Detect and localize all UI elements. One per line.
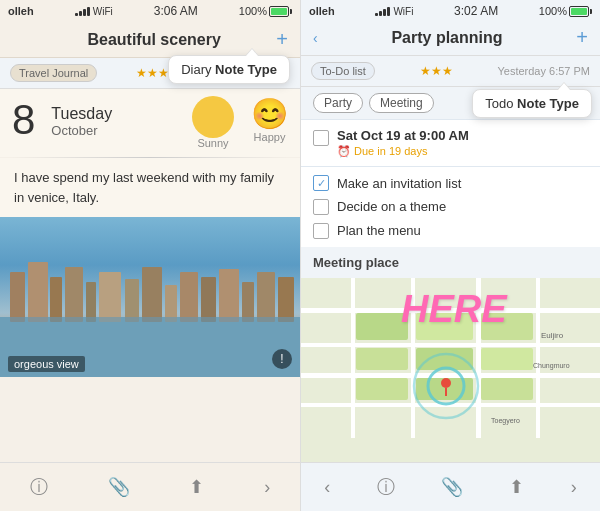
diary-note-type-bubble: Diary Note Type <box>168 55 290 84</box>
svg-text:Toegyero: Toegyero <box>491 417 520 425</box>
left-signal <box>75 7 90 16</box>
right-back-icon[interactable]: ‹ <box>312 473 342 502</box>
due-sub-text: ⏰ Due in 19 days <box>337 145 469 158</box>
map-view[interactable]: Euljiro Chungmuro Toegyero HERE <box>301 278 600 462</box>
svg-rect-5 <box>86 282 96 322</box>
svg-rect-20 <box>301 373 600 378</box>
right-signal <box>375 7 390 16</box>
svg-rect-2 <box>28 262 48 322</box>
right-time: 3:02 AM <box>454 4 498 18</box>
svg-point-40 <box>441 378 451 388</box>
tag-party[interactable]: Party <box>313 93 363 113</box>
photo-section: ! orgeous view <box>0 217 300 462</box>
left-bottom-bar: ⓘ 📎 ⬆ › <box>0 462 300 511</box>
date-day: Tuesday <box>51 105 112 123</box>
left-attach-icon[interactable]: 📎 <box>96 472 142 502</box>
right-carrier: olleh <box>309 5 335 17</box>
date-month: October <box>51 123 112 138</box>
right-top-bar: To-Do list ★★★ Yesterday 6:57 PM <box>301 56 600 87</box>
todo-note-prefix: Todo <box>485 96 517 111</box>
photo: ! orgeous view <box>0 217 300 377</box>
svg-rect-1 <box>10 272 25 322</box>
right-info-icon[interactable]: ⓘ <box>365 471 407 503</box>
here-text: HERE <box>401 288 507 331</box>
journal-tag: Travel Journal <box>10 64 97 82</box>
right-status-bar: olleh WiFi 3:02 AM 100% <box>301 0 600 20</box>
right-attach-icon[interactable]: 📎 <box>429 472 475 502</box>
svg-rect-34 <box>481 378 533 400</box>
left-info-icon[interactable]: ⓘ <box>18 471 60 503</box>
todo-checkbox-2[interactable] <box>313 223 329 239</box>
todo-text-2: Plan the menu <box>337 223 421 238</box>
todo-checkbox-0[interactable]: ✓ <box>313 175 329 191</box>
photo-caption: orgeous view <box>8 356 85 372</box>
svg-rect-19 <box>301 343 600 347</box>
left-share-icon[interactable]: ⬆ <box>177 472 216 502</box>
due-checkbox[interactable] <box>313 130 329 146</box>
left-time: 3:06 AM <box>154 4 198 18</box>
right-stars: ★★★ <box>420 64 453 78</box>
diary-note-prefix: Diary <box>181 62 215 77</box>
entry-text: I have spend my last weekend with my fam… <box>0 158 300 217</box>
right-battery-icon <box>569 6 592 17</box>
right-add-button[interactable]: + <box>576 26 588 49</box>
left-next-icon[interactable]: › <box>252 473 282 502</box>
meta-date: Yesterday 6:57 PM <box>497 65 590 77</box>
svg-text:Euljiro: Euljiro <box>541 331 564 340</box>
svg-rect-14 <box>257 272 275 322</box>
svg-rect-8 <box>142 267 162 322</box>
weather-sunny: Sunny <box>195 99 231 149</box>
right-header: ‹ Party planning + <box>301 20 600 56</box>
svg-rect-6 <box>99 272 121 322</box>
due-date-text: Sat Oct 19 at 9:00 AM <box>337 128 469 143</box>
left-carrier: olleh <box>8 5 34 17</box>
svg-rect-25 <box>536 278 540 438</box>
weather-happy: 😊 Happy <box>251 99 288 149</box>
svg-rect-4 <box>65 267 83 322</box>
svg-rect-10 <box>180 272 198 322</box>
todo-items: ✓ Make an invitation list Decide on a th… <box>301 167 600 247</box>
happy-icon: 😊 <box>251 99 288 129</box>
due-section: Sat Oct 19 at 9:00 AM ⏰ Due in 19 days <box>301 119 600 167</box>
right-share-icon[interactable]: ⬆ <box>497 472 536 502</box>
todo-text-0: Make an invitation list <box>337 176 461 191</box>
left-add-button[interactable]: + <box>276 28 288 51</box>
todo-item-1: Decide on a theme <box>313 197 588 215</box>
svg-rect-22 <box>351 278 355 438</box>
left-status-bar: olleh WiFi 3:06 AM 100% <box>0 0 300 20</box>
todo-text-1: Decide on a theme <box>337 199 446 214</box>
happy-label: Happy <box>254 131 286 143</box>
left-title: Beautiful scenery <box>32 31 276 49</box>
svg-rect-7 <box>125 279 139 322</box>
svg-rect-32 <box>356 378 408 400</box>
todo-item-0: ✓ Make an invitation list <box>313 175 588 191</box>
svg-rect-27 <box>356 348 408 370</box>
todo-checkbox-1[interactable] <box>313 199 329 215</box>
weather-icons: Sunny 😊 Happy <box>195 99 288 149</box>
caption-text: orgeous view <box>14 358 79 370</box>
right-next-icon[interactable]: › <box>559 473 589 502</box>
due-checkbox-row: Sat Oct 19 at 9:00 AM ⏰ Due in 19 days <box>313 128 588 158</box>
svg-rect-13 <box>242 282 254 322</box>
svg-text:Chungmuro: Chungmuro <box>533 362 570 370</box>
svg-rect-15 <box>278 277 294 322</box>
left-battery-icon <box>269 6 292 17</box>
svg-rect-11 <box>201 277 216 322</box>
right-bottom-bar: ‹ ⓘ 📎 ⬆ › <box>301 462 600 511</box>
right-panel: olleh WiFi 3:02 AM 100% ‹ Party planning… <box>300 0 600 511</box>
svg-rect-3 <box>50 277 62 322</box>
svg-rect-12 <box>219 269 239 322</box>
tag-meeting[interactable]: Meeting <box>369 93 434 113</box>
todo-item-2: Plan the menu <box>313 221 588 239</box>
todo-tag: To-Do list <box>311 62 375 80</box>
svg-rect-9 <box>165 285 177 322</box>
svg-rect-31 <box>481 348 533 370</box>
right-battery-pct: 100% <box>539 5 567 17</box>
right-title: Party planning <box>318 29 577 47</box>
sun-icon <box>195 99 231 135</box>
todo-note-type-bubble: Todo Note Type <box>472 89 592 118</box>
sunny-label: Sunny <box>197 137 228 149</box>
tags-row: Party Meeting Todo Note Type <box>301 87 600 119</box>
date-section: 8 Tuesday October Sunny 😊 Happy <box>0 89 300 157</box>
info-badge[interactable]: ! <box>272 349 292 369</box>
